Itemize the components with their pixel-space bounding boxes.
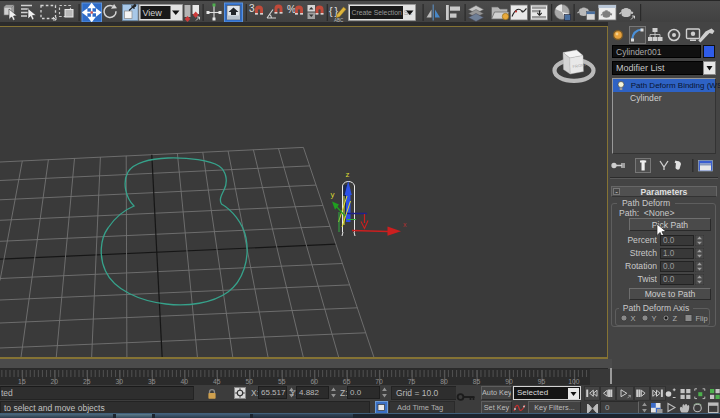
svg-text:X: X [631, 314, 636, 323]
svg-text:25: 25 [83, 378, 91, 385]
svg-text:z: z [346, 170, 350, 179]
svg-text:80: 80 [440, 378, 448, 385]
svg-text:65: 65 [343, 378, 351, 385]
svg-text:y: y [331, 190, 335, 199]
svg-text:x: x [403, 221, 407, 228]
svg-text:FRONT: FRONT [572, 62, 587, 69]
svg-text:55: 55 [278, 378, 286, 385]
svg-text:95: 95 [538, 378, 546, 385]
svg-text:90: 90 [505, 378, 513, 385]
svg-text:Y: Y [652, 314, 657, 323]
svg-text:20: 20 [51, 378, 59, 385]
svg-text:35: 35 [148, 378, 156, 385]
svg-text:30: 30 [116, 378, 124, 385]
svg-text:Flip: Flip [696, 314, 708, 323]
svg-text:40: 40 [180, 378, 188, 385]
svg-text:70: 70 [375, 378, 383, 385]
svg-text:85: 85 [473, 378, 481, 385]
svg-text:Z: Z [673, 314, 678, 323]
svg-text:60: 60 [310, 378, 318, 385]
svg-text:100: 100 [568, 378, 580, 385]
svg-text:50: 50 [245, 378, 253, 385]
svg-text:45: 45 [213, 378, 221, 385]
svg-text:75: 75 [408, 378, 416, 385]
svg-text:15: 15 [18, 378, 26, 385]
